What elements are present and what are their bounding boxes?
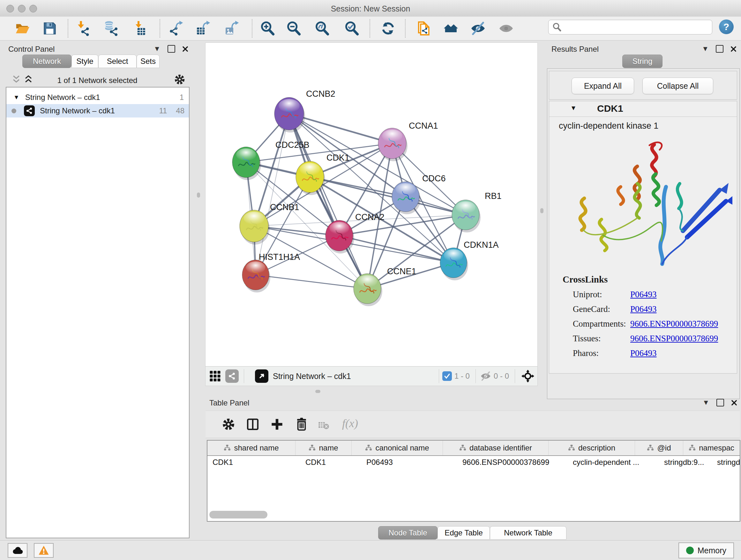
help-button[interactable]: ? bbox=[719, 19, 734, 34]
collection-expander-icon[interactable]: ▼ bbox=[13, 94, 19, 101]
panel-float-icon[interactable]: ▼ bbox=[702, 398, 710, 407]
panel-maximize-icon[interactable] bbox=[717, 399, 724, 407]
fit-content-button[interactable] bbox=[314, 21, 330, 36]
right-splitter-handle[interactable] bbox=[540, 208, 543, 213]
network-type-icon bbox=[24, 105, 35, 116]
node-CCNB2[interactable]: CCNB2 bbox=[274, 89, 335, 132]
selected-nodes-checkbox[interactable] bbox=[442, 371, 452, 381]
column-header-namespace[interactable]: namespac bbox=[683, 441, 740, 455]
crosslink-label: GeneCard: bbox=[573, 304, 610, 314]
node-CCNA1[interactable]: CCNA1 bbox=[378, 121, 438, 161]
network-row[interactable]: String Network – cdk1 11 48 bbox=[6, 104, 189, 118]
warnings-button[interactable] bbox=[34, 543, 54, 558]
node-RB1[interactable]: RB1 bbox=[452, 191, 502, 233]
import-network-database-button[interactable] bbox=[104, 21, 119, 36]
panel-maximize-icon[interactable] bbox=[167, 45, 175, 53]
export-network-button[interactable] bbox=[169, 21, 184, 36]
delete-column-button[interactable] bbox=[295, 417, 308, 431]
column-header-shared-name[interactable]: shared name bbox=[207, 441, 295, 455]
network-graph[interactable]: CCNB2CCNA1CDC25BCDK1CDC6RB1CCNB1CCNA2CDK… bbox=[205, 43, 537, 367]
node-label-CDC6: CDC6 bbox=[422, 174, 446, 183]
cloud-status-button[interactable] bbox=[8, 543, 27, 558]
memory-label: Memory bbox=[697, 546, 726, 555]
search-input[interactable] bbox=[561, 23, 700, 32]
panel-float-icon[interactable]: ▼ bbox=[702, 45, 709, 53]
node-table: shared name name canonical name database… bbox=[207, 440, 740, 522]
zoom-out-button[interactable] bbox=[286, 21, 301, 36]
houses-icon bbox=[443, 20, 458, 37]
import-network-icon bbox=[75, 20, 91, 37]
tab-sets[interactable]: Sets bbox=[137, 55, 159, 68]
import-table-file-button[interactable] bbox=[132, 21, 147, 36]
table-row[interactable]: CDK1 CDK1 P06493 9606.ENSP00000378699 cy… bbox=[207, 456, 740, 469]
collapse-all-button[interactable]: Collapse All bbox=[643, 78, 713, 94]
column-header-canonical-name[interactable]: canonical name bbox=[352, 441, 443, 455]
column-header-description[interactable]: description bbox=[549, 441, 635, 455]
network-edge-count: 48 bbox=[176, 106, 185, 115]
grid-view-button[interactable] bbox=[209, 370, 221, 382]
crosslink-pharos-link[interactable]: P06493 bbox=[630, 348, 657, 358]
tab-network-table[interactable]: Network Table bbox=[490, 526, 566, 540]
panel-float-icon[interactable]: ▼ bbox=[153, 45, 160, 53]
duplicate-network-button[interactable] bbox=[416, 21, 431, 36]
node-card-expander-icon[interactable]: ▼ bbox=[570, 105, 577, 112]
table-settings-button[interactable] bbox=[222, 418, 235, 431]
refresh-button[interactable] bbox=[381, 21, 396, 36]
save-session-button[interactable] bbox=[42, 21, 57, 36]
memory-button[interactable]: Memory bbox=[678, 543, 734, 558]
first-neighbors-button[interactable] bbox=[443, 21, 458, 36]
zoom-in-button[interactable] bbox=[260, 21, 275, 36]
crosslink-uniprot-link[interactable]: P06493 bbox=[630, 290, 657, 300]
network-badge-icon[interactable] bbox=[225, 369, 239, 383]
zoom-selected-button[interactable] bbox=[344, 21, 359, 36]
export-table-icon bbox=[196, 20, 211, 37]
crosslink-compartments-link[interactable]: 9606.ENSP00000378699 bbox=[630, 319, 718, 329]
expand-all-button[interactable]: Expand All bbox=[571, 78, 634, 94]
edge-CCNB2-HIST1H1A[interactable] bbox=[256, 114, 289, 275]
status-bar: Memory bbox=[0, 540, 741, 560]
delete-table-button-disabled[interactable] bbox=[318, 419, 329, 431]
import-network-file-button[interactable] bbox=[75, 21, 91, 36]
search-field[interactable] bbox=[548, 20, 712, 35]
detach-view-button[interactable] bbox=[255, 369, 268, 383]
crosslink-genecard-link[interactable]: P06493 bbox=[630, 304, 657, 314]
export-table-button[interactable] bbox=[196, 21, 211, 36]
export-image-button[interactable] bbox=[224, 21, 240, 36]
tab-network[interactable]: Network bbox=[22, 55, 71, 68]
tab-edge-table[interactable]: Edge Table bbox=[437, 526, 490, 540]
node-HIST1H1A[interactable]: HIST1H1A bbox=[242, 252, 300, 293]
crosslink-tissues-link[interactable]: 9606.ENSP00000378699 bbox=[630, 334, 718, 344]
table-horizontal-scrollbar[interactable] bbox=[209, 511, 267, 518]
current-network-dot-icon bbox=[11, 109, 16, 113]
panel-maximize-icon[interactable] bbox=[716, 45, 724, 53]
show-columns-button[interactable] bbox=[246, 418, 259, 431]
edge-HIST1H1A-CCNE1[interactable] bbox=[256, 275, 367, 289]
panel-close-icon[interactable] bbox=[731, 46, 737, 52]
hide-selected-button[interactable] bbox=[470, 21, 486, 36]
column-header-at-id[interactable]: @id bbox=[635, 441, 683, 455]
left-splitter-handle[interactable] bbox=[197, 192, 200, 198]
tab-select[interactable]: Select bbox=[98, 55, 137, 68]
tab-node-table[interactable]: Node Table bbox=[378, 526, 437, 540]
open-session-button[interactable] bbox=[15, 21, 30, 36]
title-bar: Session: New Session bbox=[0, 0, 741, 17]
network-options-button[interactable] bbox=[174, 74, 185, 85]
panel-close-icon[interactable] bbox=[731, 400, 737, 406]
add-column-button[interactable] bbox=[271, 418, 283, 431]
export-image-icon bbox=[224, 20, 240, 37]
network-canvas[interactable]: CCNB2CCNA1CDC25BCDK1CDC6RB1CCNB1CCNA2CDK… bbox=[205, 43, 538, 367]
import-table-icon bbox=[132, 20, 147, 37]
network-collection-row[interactable]: ▼ String Network – cdk1 1 bbox=[6, 91, 189, 104]
function-builder-button-disabled[interactable]: f(x) bbox=[342, 417, 358, 430]
node-label-CCNB1: CCNB1 bbox=[270, 202, 299, 212]
panel-close-icon[interactable] bbox=[182, 46, 188, 52]
horizontal-splitter-handle[interactable] bbox=[315, 390, 320, 393]
node-CDKN1A[interactable]: CDKN1A bbox=[440, 240, 499, 280]
column-header-database-identifier[interactable]: database identifier bbox=[443, 441, 549, 455]
node-CCNE1[interactable]: CCNE1 bbox=[354, 266, 416, 306]
birds-eye-view-button[interactable] bbox=[522, 370, 534, 382]
tab-style[interactable]: Style bbox=[71, 55, 98, 68]
show-all-button[interactable] bbox=[498, 21, 514, 36]
tab-string[interactable]: String bbox=[622, 55, 663, 68]
column-header-name[interactable]: name bbox=[295, 441, 352, 455]
